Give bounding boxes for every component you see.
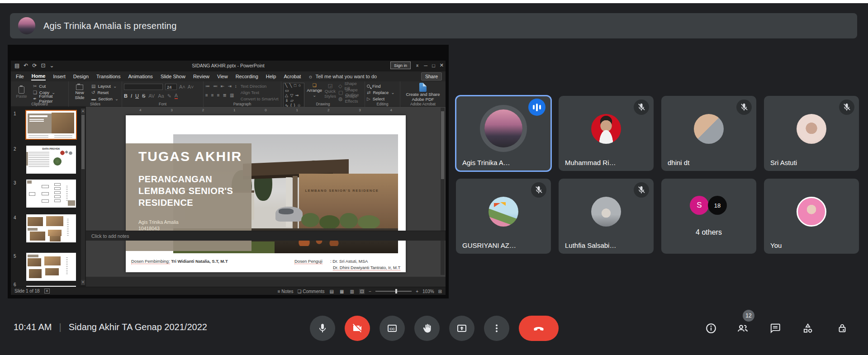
font-size-combo[interactable]: 24 [165,84,177,90]
section-button[interactable]: Section [98,96,113,101]
shrink-font-icon[interactable]: A˅ [188,84,194,90]
cut-button[interactable]: Cut [39,84,46,89]
present-button[interactable] [449,316,474,341]
activities-button[interactable] [801,321,815,336]
participant-tile-overflow[interactable]: S 18 4 others [661,179,756,254]
zoom-level[interactable]: 103% [422,289,434,294]
participants-button[interactable] [735,321,750,336]
grow-font-icon[interactable]: A˄ [179,84,185,90]
highlight-icon[interactable]: ✎ [167,93,171,99]
reading-view-icon[interactable]: ▥ [349,289,355,294]
participant-tile-agis[interactable]: Agis Trinika A… [456,96,551,171]
zoom-out-icon[interactable]: − [369,289,371,294]
participant-count-badge: 12 [743,310,754,322]
select-button[interactable]: Select [373,96,384,101]
replace-button[interactable]: Replace [373,90,389,95]
zoom-slider[interactable] [375,291,412,292]
ribbon-display-icon[interactable]: ⌅ [415,62,419,68]
menu-help[interactable]: Help [266,73,277,80]
create-pdf-button[interactable]: Create and Share Adobe PDF [402,83,444,102]
layout-button[interactable]: Layout [98,84,111,89]
participant-tile-muhammad[interactable]: Muhammad Ri… [559,96,654,171]
captions-button[interactable]: CC [379,316,405,341]
menu-view[interactable]: View [217,73,228,80]
fit-to-window-icon[interactable]: ⊞ [438,289,442,294]
bold-icon[interactable]: B [124,93,128,99]
slide-thumbnail-panel[interactable]: 1 2 DATA PROYEK 3 [11,107,86,287]
chat-button[interactable] [768,321,783,336]
end-call-button[interactable] [519,316,559,341]
mic-off-icon [634,182,649,198]
menu-home[interactable]: Home [31,72,46,80]
paste-button[interactable]: Paste [13,83,30,102]
comments-toggle[interactable]: ❏ Comments [297,289,324,294]
overflow-avatars: S 18 [690,196,728,216]
chat-icon [769,322,781,334]
zoom-in-icon[interactable]: + [416,289,418,294]
normal-view-icon[interactable]: ▤ [329,289,335,294]
notes-pane[interactable]: Click to add notes [86,231,446,241]
menu-slideshow[interactable]: Slide Show [160,73,186,80]
redo-icon[interactable]: ⟳ [32,62,37,69]
share-button[interactable]: Share [421,72,442,80]
slide-thumbnail-2[interactable]: DATA PROYEK [26,146,76,174]
meeting-details-button[interactable] [704,321,718,336]
char-spacing-icon[interactable]: AV [148,93,155,99]
save-icon[interactable]: ▤ [14,62,19,69]
smartart-button[interactable]: Convert to SmartArt [241,96,279,101]
tell-me-box[interactable]: ☼ Tell me what you want to do [308,74,377,79]
qat-customize-icon[interactable]: ⌄ [50,62,54,69]
notes-toggle[interactable]: ≡ Notes [278,289,294,294]
font-color-icon[interactable]: A [175,93,178,99]
mic-button[interactable] [310,316,335,341]
scroll-down-arrow[interactable]: ▼ [81,280,85,285]
slide-thumbnail-3[interactable] [26,180,76,208]
thumbnail-scrollbar[interactable]: ▲ ▼ [81,109,85,285]
change-case-icon[interactable]: Aa [158,93,164,99]
arrange-button[interactable]: ❏ Arrange ⌄ [307,83,322,98]
underline-icon[interactable]: U [135,93,139,99]
menu-transitions[interactable]: Transitions [96,73,121,80]
quick-styles-button[interactable]: ◲ Quick Styles [324,83,336,99]
menu-acrobat[interactable]: Acrobat [283,73,301,80]
slide-thumbnail-4[interactable] [26,214,76,242]
participant-tile-luthfia[interactable]: Luthfia Salsabi… [559,179,654,254]
camera-button[interactable] [345,316,370,341]
menu-insert[interactable]: Insert [52,73,66,80]
new-slide-button[interactable]: New Slide [71,83,89,102]
participant-tile-you[interactable]: You [764,179,859,254]
text-direction-button[interactable]: Text Direction [241,84,267,89]
menu-animations[interactable]: Animations [128,73,153,80]
maximize-icon[interactable]: □ [432,63,435,68]
reset-button[interactable]: Reset [97,90,109,95]
font-name-combo[interactable] [124,84,163,90]
slideshow-view-icon[interactable]: ⊡ [359,289,365,294]
host-controls-button[interactable] [835,321,849,336]
undo-icon[interactable]: ↶ [24,62,28,69]
participant-tile-sri[interactable]: Sri Astuti [764,96,859,171]
menu-review[interactable]: Review [193,73,210,80]
align-text-button[interactable]: Align Text [241,90,259,95]
italic-icon[interactable]: I [131,93,132,99]
menu-recording[interactable]: Recording [235,73,259,80]
sign-in-button[interactable]: Sign in [390,62,411,69]
menu-file[interactable]: File [15,73,24,80]
participant-tile-gusriyani[interactable]: GUSRIYANI AZ… [456,179,551,254]
slideshow-icon[interactable]: ⊡ [41,62,45,69]
menu-design[interactable]: Design [73,73,89,80]
proofing-icon[interactable]: ✕ [44,289,50,293]
strikethrough-icon[interactable]: S [142,93,145,99]
sorter-view-icon[interactable]: ▦ [339,289,345,294]
canvas-scrollbar[interactable] [441,108,445,275]
main-slide[interactable]: LEMBANG SENIOR'S RESIDENCE TUGAS AKHIR [126,115,406,272]
minimize-icon[interactable]: ─ [424,63,427,68]
find-button[interactable]: Find [372,84,380,89]
slide-thumbnail-5[interactable] [26,253,76,281]
wall-sign-text: LEMBANG SENIOR'S RESIDENCE [305,189,396,193]
more-options-button[interactable] [484,316,509,341]
raise-hand-button[interactable] [414,316,440,341]
slide-thumbnail-1[interactable] [26,111,76,139]
scroll-up-arrow[interactable]: ▲ [81,109,85,114]
close-icon[interactable]: ✕ [440,62,444,68]
participant-tile-dhini[interactable]: dhini dt [661,96,756,171]
